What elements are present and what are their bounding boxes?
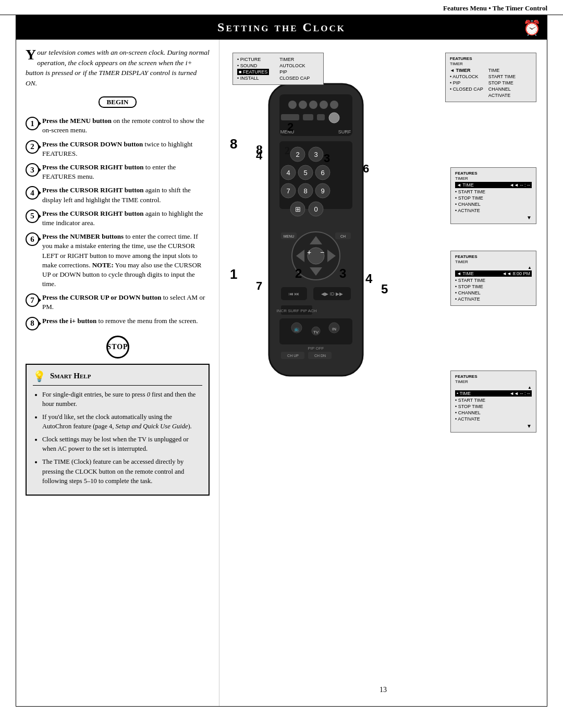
s2-sub: TIMER (450, 61, 532, 66)
screen-2-area: FEATURES TIMER ◄ TIMER • AUTOLOCK • PIP … (445, 53, 536, 102)
bulb-icon: 💡 (33, 370, 46, 382)
s4-time-value: ◄◄ 8:00 PM (502, 271, 530, 276)
svg-point-2 (288, 101, 297, 109)
main-content: Y our television comes with an on-screen… (16, 40, 547, 707)
right-column: • PICTURE • SOUND ■ FEATURES • INSTALL T… (219, 40, 547, 706)
callout-3: 3 (324, 152, 330, 165)
s4-starttime: • START TIME (455, 277, 532, 283)
s1-item-install: • INSTALL (237, 75, 269, 81)
smart-help-title: 💡 Smart Help (33, 370, 202, 386)
s1-r-pip: PIP (279, 69, 310, 75)
callout-7-2: 7 (256, 279, 262, 293)
s2-pip: • PIP (450, 80, 483, 86)
s2-channel: CHANNEL (488, 86, 516, 92)
s2-autolock: • AUTOLOCK (450, 73, 483, 80)
s5-uparrow: ▲ (455, 385, 532, 390)
svg-text:◀▶ ID ▶▶: ◀▶ ID ▶▶ (321, 291, 343, 297)
right-inner-wrap: • PICTURE • SOUND ■ FEATURES • INSTALL T… (227, 47, 539, 621)
s3-channel: • CHANNEL (455, 201, 532, 207)
s2-starttime: START TIME (488, 73, 516, 80)
intro-paragraph: Y our television comes with an on-screen… (26, 47, 210, 88)
intro-text: our television comes with an on-screen c… (26, 48, 210, 87)
s4-time-label: ◄ TIME (457, 271, 474, 276)
step-1-bold: Press the MENU button (42, 117, 112, 125)
svg-text:PIP OFF: PIP OFF (308, 346, 324, 351)
callout-3-lower: 3 (339, 266, 346, 281)
callout-1: 1 (230, 266, 237, 282)
svg-text:2: 2 (296, 151, 299, 158)
s2-header: FEATURES (450, 56, 532, 61)
s5-header: FEATURES (455, 374, 532, 379)
s1-r-closedcap: CLOSED CAP (279, 75, 310, 81)
s1-item-features: ■ FEATURES (237, 69, 269, 75)
step-2-bold: Press the CURSOR DOWN button (42, 140, 143, 148)
step-num-7: 7 (26, 293, 39, 307)
s5-starttime: • START TIME (455, 397, 532, 403)
step-num-3: 3 (26, 163, 39, 177)
svg-text:CH: CH (340, 235, 346, 238)
callout-4-lower: 4 (365, 272, 372, 286)
s5-downarrow: ▼ (455, 423, 532, 429)
smart-help-label: Smart Help (50, 372, 91, 380)
screen-1-left: • PICTURE • SOUND ■ FEATURES • INSTALL (237, 56, 269, 81)
s4-activate: • ACTIVATE (455, 296, 532, 302)
step-7-bold: Press the CURSOR UP or DOWN button (42, 293, 161, 301)
step-num-5: 5 (26, 209, 39, 223)
svg-text:9: 9 (321, 187, 324, 195)
screen-4-area: FEATURES TIMER ▲ ◄ TIME ◄◄ 8:00 PM • STA… (450, 251, 536, 306)
svg-text:SURF: SURF (338, 129, 351, 134)
s3-downarrow: ▼ (455, 215, 532, 220)
step-6-rest: to enter the correct time. If you make a… (42, 232, 202, 288)
step-num-8: 8 (26, 317, 39, 330)
screen-box-1: • PICTURE • SOUND ■ FEATURES • INSTALL T… (232, 53, 324, 85)
s3-time-row: ◄ TIME ◄◄ -- : -- (455, 182, 532, 188)
svg-text:IN: IN (332, 327, 336, 331)
s2-right: TIME START TIME STOP TIME CHANNEL ACTIVA… (488, 67, 516, 98)
begin-badge: BEGIN (99, 96, 137, 108)
s2-left: ◄ TIMER • AUTOLOCK • PIP • CLOSED CAP (450, 67, 483, 98)
s4-uparrow: ▲ (455, 265, 532, 270)
step-6: 6 Press the NUMBER buttons to enter the … (26, 232, 210, 289)
screen-5-area: FEATURES TIMER ▲ • TIME ◄◄ -- : -- • STA… (450, 371, 536, 433)
svg-text:INCR SURF PIP ACH: INCR SURF PIP ACH (276, 309, 316, 313)
step-8: 8 Press the i+ button to remove the menu… (26, 316, 210, 330)
s4-channel: • CHANNEL (455, 290, 532, 296)
screen-box-4: FEATURES TIMER ▲ ◄ TIME ◄◄ 8:00 PM • STA… (450, 251, 536, 306)
step-8-bold: Press the i+ button (42, 317, 96, 325)
step-num-2: 2 (26, 140, 39, 154)
smart-help-list: For single-digit entries, be sure to pre… (33, 390, 202, 486)
callout-2-lower: 2 (295, 266, 302, 281)
begin-section: BEGIN (26, 93, 210, 112)
s1-item-sound: • SOUND (237, 63, 269, 69)
page-title: Setting the Clock (217, 20, 346, 34)
screen-1-area: • PICTURE • SOUND ■ FEATURES • INSTALL T… (232, 53, 324, 85)
step-4: 4 Press the CURSOR RIGHT button again to… (26, 186, 210, 204)
s4-header: FEATURES (455, 254, 532, 259)
screen-box-5: FEATURES TIMER ▲ • TIME ◄◄ -- : -- • STA… (450, 371, 536, 433)
svg-text:⊞: ⊞ (295, 205, 301, 213)
screen-1-content: • PICTURE • SOUND ■ FEATURES • INSTALL T… (237, 56, 319, 81)
s5-channel: • CHANNEL (455, 410, 532, 416)
screen-box-3: FEATURES TIMER ◄ TIME ◄◄ -- : -- • START… (450, 167, 536, 224)
step-num-1: 1 (26, 117, 39, 130)
page-number: 13 (227, 675, 539, 698)
s5-activate: • ACTIVATE (455, 416, 532, 422)
callout-5-lower: 5 (381, 282, 388, 297)
s5-time-row: • TIME ◄◄ -- : -- (455, 390, 532, 397)
svg-rect-10 (317, 114, 325, 120)
svg-point-4 (309, 101, 317, 109)
smart-help-item-2: If you'd like, set the clock automatical… (42, 412, 202, 431)
svg-rect-8 (281, 114, 299, 120)
svg-text:📺: 📺 (294, 326, 299, 331)
s2-timer-arrow: ◄ TIMER (450, 67, 483, 73)
svg-text:TV: TV (313, 330, 319, 335)
s3-activate: • ACTIVATE (455, 207, 532, 214)
screen-3-area: FEATURES TIMER ◄ TIME ◄◄ -- : -- • START… (450, 167, 536, 224)
step-3-bold: Press the CURSOR RIGHT button (42, 163, 144, 171)
s1-item-picture: • PICTURE (237, 56, 269, 63)
s3-stoptime: • STOP TIME (455, 195, 532, 201)
step-num-4: 4 (26, 186, 39, 200)
step-5: 5 Press the CURSOR RIGHT button again to… (26, 209, 210, 228)
s1-r-autolock: AUTOLOCK (279, 63, 310, 69)
step-1: 1 Press the MENU button on the remote co… (26, 116, 210, 135)
